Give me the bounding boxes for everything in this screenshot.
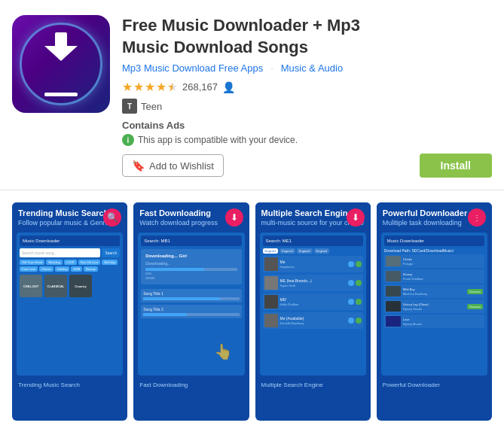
tag-1: Wedding [46,260,63,265]
screenshot-3: Multiple Search Engine multi-music sourc… [252,202,374,421]
progress-fraction: 94/100 [145,276,237,280]
download-title: Downloading... Girl [145,254,237,258]
result-item-3: ME! Hallie Rodline [263,293,363,310]
wishlist-label: Add to Wishlist [149,160,214,172]
tag-0: Old Town Road [20,260,44,265]
screenshot-card-1: Trending Music Search Follow popular mus… [12,202,127,421]
dl-item-4: Victory Lap (Clean) Nipsey Hussle Succes… [384,300,484,313]
download-badge-icon: ⬇ [225,208,243,227]
search-placeholder: Search music song... [22,251,57,255]
engine-tab-2: Engine2 [279,248,295,254]
result-item-2: ME (feat.Brendo...) Taylor Swift [263,275,363,291]
screenshot-bottom-label-4: Powerful Downloader [377,379,492,391]
phone-mockup-3: Search: ME1 Engine1 Engine2 Engine3 Engi… [260,233,366,376]
phone-mockup-4: Music Downloader Download Path: SDCard/D… [381,233,487,376]
engine-tabs: Engine1 Engine2 Engine3 Engine4 [263,248,363,254]
star-4: ★ [156,80,166,94]
bottom-title-2: Fast Downloading [139,382,188,388]
dl-item-5: Love Nipsey Moods [384,315,484,328]
tag-7: Holiday [55,266,69,272]
info-icon: i [122,134,134,146]
rating-section: ★ ★ ★ ★ ★★ 268,167 👤 [122,80,492,94]
dl-item-2: Stoney Frank Schilhart [384,269,484,283]
compatibility-row: i This app is compatible with your devic… [122,134,492,146]
category-primary-link[interactable]: Mp3 Music Download Free Apps [122,62,263,74]
phone2-topbar-text: Search: MB1 [144,239,170,243]
engine-tab-3: Engine3 [297,248,313,254]
phone-mockup-2: Search: MB1 Downloading... Girl Download… [138,233,244,376]
star-3: ★ [145,80,155,94]
bottom-title-3: Multiple Search Engine [261,382,323,388]
album-chillout: CHILLOUT [20,275,42,297]
result-item-1: Me Happiness [263,256,363,272]
add-to-wishlist-button[interactable]: 🔖 Add to Wishlist [122,154,224,177]
screenshot-bottom-label-2: Fast Downloading [133,379,249,391]
powerful-badge-icon: ⋮ [468,208,486,227]
screenshot-card-2: Fast Downloading Watch download progress… [133,202,249,421]
bottom-title-1: Trending Music Search [18,382,80,388]
star-2: ★ [133,80,144,94]
compatibility-text: This app is compatible with your device. [138,135,298,145]
screenshots-section: Trending Music Search Follow popular mus… [0,190,504,433]
install-button[interactable]: Install [420,154,492,178]
search-engine-badge-icon: ⬇ [347,208,365,227]
star-1: ★ [122,80,133,94]
star-rating: ★ ★ ★ ★ ★★ [122,80,178,94]
screenshot-card-4: Powerful Downloader Mulitiple task downl… [377,202,492,421]
app-info-panel: Free Music Downloader + Mp3Music Downloa… [122,15,492,178]
engine-tab-1: Engine1 [263,248,279,254]
album-row: CHILLOUT CLASSICAL Country [20,275,120,297]
screenshot-2: Fast Downloading Watch download progress… [130,202,252,421]
phone3-topbar-text: Search: ME1 [266,239,292,243]
screenshot-card-3: Multiple Search Engine multi-music sourc… [255,202,371,421]
contains-ads-label: Contains Ads [122,120,492,131]
tag-2: LOVE [64,260,77,265]
category-secondary-link[interactable]: Music & Audio [281,62,343,74]
user-icon: 👤 [222,81,235,93]
screenshot-4: Powerful Downloader Mulitiple task downl… [374,202,495,421]
album-country: Country [69,275,92,297]
search-results: Me Happiness ME (feat.Brendo...) [263,256,363,329]
bottom-title-4: Powerful Downloader [383,382,440,388]
tag-8: EDM [71,266,82,272]
tag-3: New Hit Love [78,260,101,265]
tag-5: Cute Love [20,266,38,272]
album-classical: CLASSICAL [44,275,67,297]
category-separator: · [270,62,273,74]
progress-percent: 64% [145,272,237,275]
tag-4: Birthday [102,260,118,265]
engine-tab-4: Engine4 [314,248,330,254]
teen-badge: T [122,99,137,114]
bookmark-icon: 🔖 [132,160,145,172]
star-5-half: ★★ [167,80,178,94]
result-item-4: Me (Available) Danielle Bradbury [263,312,363,329]
app-icon: ♪ [12,15,110,113]
phone4-topbar-text: Music Downloader [387,239,424,243]
screenshot-1: Trending Music Search Follow popular mus… [9,202,130,421]
rating-count: 268,167 [182,81,218,93]
tag-row: Old Town Road Wedding LOVE New Hit Love … [20,260,120,272]
download-path: Download Path: SDCard/DownloadMusic/ [384,248,484,253]
action-row: 🔖 Add to Wishlist Install [122,154,492,178]
app-header: ♪ Free Music Downloader + Mp3Music Downl… [0,0,504,190]
dl-item-3: Wild Boy Machine Bradbury Success [384,284,484,298]
download-list: Clocks Polugio Stoney Frank Schilhart [384,254,484,328]
screenshot-bottom-label-1: Trending Music Search [12,379,127,391]
tag-9: Beauty [84,266,97,272]
phone1-topbar-text: Music Downloader [23,239,60,243]
app-title: Free Music Downloader + Mp3Music Downloa… [122,15,492,58]
app-meta-row: Mp3 Music Download Free Apps · Music & A… [122,62,492,74]
search-btn-mock: Search [102,248,120,257]
tag-6: Classic [39,266,53,272]
age-rating-row: T Teen [122,99,492,114]
screenshot-bottom-label-3: Multiple Search Engine [255,379,371,391]
phone-mockup-1: Music Downloader Search music song... Se… [17,233,123,376]
teen-label: Teen [141,101,162,112]
dl-item-1: Clocks Polugio [384,254,484,268]
